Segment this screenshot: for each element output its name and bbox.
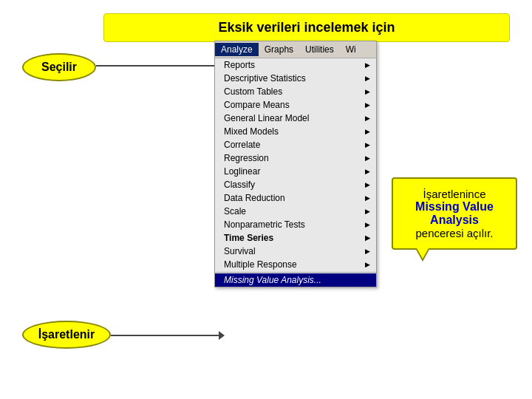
menu-item-data-reduction[interactable]: Data Reduction ▶ xyxy=(215,191,376,205)
menu-arrow-right: ▶ xyxy=(365,168,370,175)
secilir-arrow xyxy=(96,65,222,66)
menu-item-compare-means-label: Compare Means xyxy=(224,100,290,110)
menu-arrow-right: ▶ xyxy=(365,101,370,109)
menu-header-graphs[interactable]: Graphs xyxy=(259,43,299,56)
menu-item-correlate[interactable]: Correlate ▶ xyxy=(215,138,376,151)
menu-item-scale-label: Scale xyxy=(224,206,246,216)
menu-arrow-right: ▶ xyxy=(365,128,370,135)
menu-item-reports-label: Reports xyxy=(224,60,255,70)
menu-arrow-right: ▶ xyxy=(365,88,370,95)
menu-arrow-right: ▶ xyxy=(365,261,370,268)
menu-item-custom-tables[interactable]: Custom Tables ▶ xyxy=(215,85,376,98)
isaretlenir-label: İşaretlenir xyxy=(22,321,111,349)
menu-item-missing-value-label: Missing Value Analysis... xyxy=(224,275,321,285)
menu-item-time-series-label: Time Series xyxy=(224,233,273,243)
menu-item-data-reduction-label: Data Reduction xyxy=(224,193,285,203)
menu-item-multiple-response-label: Multiple Response xyxy=(224,259,297,270)
menu-arrow-right: ▶ xyxy=(365,221,370,228)
menu-item-reports[interactable]: Reports ▶ xyxy=(215,58,376,72)
menu-item-scale[interactable]: Scale ▶ xyxy=(215,205,376,218)
menu-header-utilities[interactable]: Utilities xyxy=(299,43,340,56)
menu-header-wi[interactable]: Wi xyxy=(340,43,362,56)
bubble-line1: İşaretlenince xyxy=(423,188,485,200)
menu-arrow-right: ▶ xyxy=(365,154,370,162)
menu-arrow-right: ▶ xyxy=(365,115,370,122)
menu-item-descriptive[interactable]: Descriptive Statistics ▶ xyxy=(215,72,376,85)
bubble-line2: Missing Value Analysis xyxy=(415,200,494,226)
menu-item-survival-label: Survival xyxy=(224,246,256,256)
menu-header-bar: Analyze Graphs Utilities Wi xyxy=(215,41,376,58)
menu-item-nonparametric[interactable]: Nonparametric Tests ▶ xyxy=(215,218,376,231)
menu-arrow-right: ▶ xyxy=(365,61,370,69)
secilir-text: Seçilir xyxy=(41,61,77,74)
bubble-line3: penceresi açılır. xyxy=(415,227,493,239)
menu-item-glm-label: General Linear Model xyxy=(224,113,309,123)
isaretlenir-arrow xyxy=(111,335,220,336)
speech-bubble: İşaretlenince Missing Value Analysis pen… xyxy=(392,177,517,250)
menu-arrow-right: ▶ xyxy=(365,75,370,82)
menu-item-glm[interactable]: General Linear Model ▶ xyxy=(215,112,376,125)
menu-item-time-series[interactable]: Time Series ▶ xyxy=(215,231,376,245)
menu-item-nonparametric-label: Nonparametric Tests xyxy=(224,219,305,230)
isaretlenir-text: İşaretlenir xyxy=(38,328,95,341)
menu-arrow-right: ▶ xyxy=(365,248,370,255)
menu-item-compare-means[interactable]: Compare Means ▶ xyxy=(215,98,376,112)
menu-item-multiple-response[interactable]: Multiple Response ▶ xyxy=(215,258,376,271)
spss-menu: Analyze Graphs Utilities Wi Reports ▶ De… xyxy=(214,41,377,287)
menu-arrow-right: ▶ xyxy=(365,141,370,149)
menu-item-survival[interactable]: Survival ▶ xyxy=(215,245,376,258)
menu-item-correlate-label: Correlate xyxy=(224,140,260,150)
menu-item-mixed-models-label: Mixed Models xyxy=(224,126,279,137)
menu-arrow-right: ▶ xyxy=(365,181,370,188)
menu-arrow-right: ▶ xyxy=(365,208,370,215)
menu-item-regression[interactable]: Regression ▶ xyxy=(215,151,376,165)
menu-item-missing-value[interactable]: Missing Value Analysis... xyxy=(215,273,376,287)
slide-container: Eksik verileri incelemek için Seçilir An… xyxy=(0,0,532,399)
secilir-label: Seçilir xyxy=(22,53,96,81)
menu-item-custom-tables-label: Custom Tables xyxy=(224,86,282,97)
menu-item-loglinear[interactable]: Loglinear ▶ xyxy=(215,165,376,178)
menu-item-descriptive-label: Descriptive Statistics xyxy=(224,73,306,83)
menu-header-analyze[interactable]: Analyze xyxy=(215,43,259,56)
menu-divider xyxy=(215,272,376,273)
menu-arrow-right: ▶ xyxy=(365,194,370,202)
menu-item-classify-label: Classify xyxy=(224,180,255,190)
top-banner: Eksik verileri incelemek için xyxy=(103,13,510,42)
banner-text: Eksik verileri incelemek için xyxy=(218,20,395,35)
menu-item-mixed-models[interactable]: Mixed Models ▶ xyxy=(215,125,376,138)
menu-arrow-right: ▶ xyxy=(365,234,370,242)
menu-item-loglinear-label: Loglinear xyxy=(224,166,260,177)
menu-item-regression-label: Regression xyxy=(224,153,269,163)
menu-item-classify[interactable]: Classify ▶ xyxy=(215,178,376,191)
